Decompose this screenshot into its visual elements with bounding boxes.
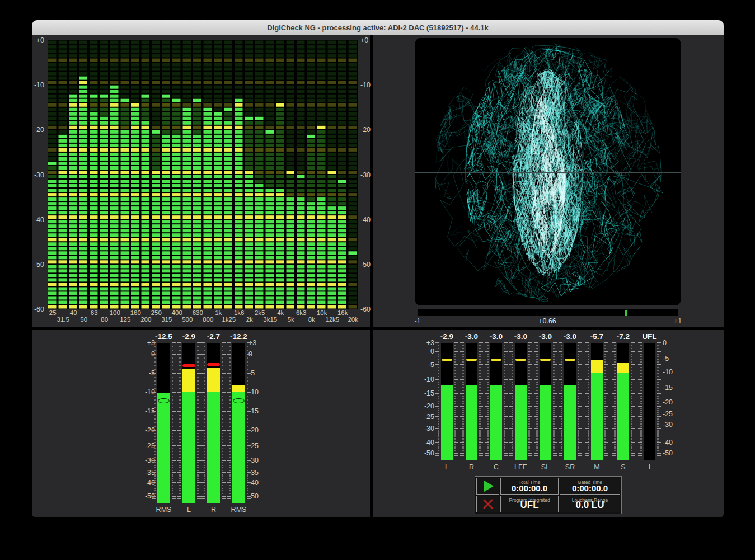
meter-readout: -2.7 <box>201 332 226 341</box>
meter-yellow-peak <box>442 359 452 361</box>
spectrum-db-label-left: -50 <box>24 261 44 269</box>
window-titlebar[interactable]: DigiCheck NG - processing active: ADI-2 … <box>32 20 724 35</box>
vectorscope-display <box>415 38 681 305</box>
meter-yellow-fill <box>232 385 245 392</box>
surround-scale-label-left: -40 <box>413 439 434 446</box>
surround-scale-label-left: -25 <box>413 413 434 421</box>
meter-yellow-peak <box>466 359 477 361</box>
stereo-scale-label-right: -5 <box>248 369 270 377</box>
meter-green-fill <box>441 385 453 460</box>
program-integrated-cell: Program Integrated UFL <box>500 496 559 512</box>
surround-scale-label-left: 0 <box>413 347 434 355</box>
meter-yellow-fill <box>182 369 195 392</box>
surround-scale-label-left: -50 <box>413 449 434 457</box>
gated-time-value: 0:00:00.0 <box>560 483 620 493</box>
meter-name: SL <box>533 463 558 472</box>
stereo-meters-panel: +3+300-5-5-10-10-15-15-20-20-25-25-30-30… <box>32 330 370 517</box>
meter-readout: UFL <box>637 332 662 341</box>
meter-readout: -12.2 <box>226 332 251 341</box>
meter-name: RMS <box>151 506 176 514</box>
meter-name: M <box>584 463 609 472</box>
surround-scale-label-right: 0 <box>663 339 684 347</box>
meter-name: LFE <box>508 463 533 472</box>
meter-red-peak <box>182 364 195 367</box>
surround-scale-label-right: -40 <box>663 439 684 446</box>
surround-scale-label-left: -5 <box>413 361 434 369</box>
stereo-scale-label-right: -50 <box>248 492 270 500</box>
meter-red-peak <box>207 363 220 366</box>
stereo-scale-label-right: -35 <box>248 469 270 477</box>
surround-scale-label-right: -20 <box>663 398 684 406</box>
surround-scale-label-left: -20 <box>413 402 434 410</box>
vectorscope-canvas <box>415 38 681 305</box>
stereo-scale-label-right: -10 <box>248 388 270 396</box>
stereo-scale-label-right: +3 <box>248 339 270 347</box>
meter-readout: -3.0 <box>484 332 509 341</box>
surround-scale-label-left: +3 <box>413 339 434 347</box>
stereo-scale-label-right: 0 <box>248 350 270 358</box>
meter-name: R <box>459 463 484 472</box>
spectrum-db-label-left: -10 <box>24 81 44 89</box>
meter-readout: -12.5 <box>151 332 176 341</box>
meter-name: S <box>611 463 636 472</box>
spectrum-db-label-left: +0 <box>24 36 44 44</box>
meter-yellow-peak <box>515 359 526 361</box>
spectrum-db-label-left: -20 <box>24 126 44 134</box>
meter-readout: -7.2 <box>611 332 636 341</box>
stop-button[interactable] <box>476 496 499 512</box>
surround-scale-label-left: -15 <box>413 389 434 397</box>
meter-name: C <box>484 463 509 472</box>
meter-readout: -3.0 <box>508 332 533 341</box>
meter-name: L <box>434 463 459 472</box>
surround-scale-label-left: -10 <box>413 375 434 383</box>
meter-yellow-peak <box>491 359 501 361</box>
program-integrated-value: UFL <box>501 500 558 511</box>
meter-name: RMS <box>226 506 251 514</box>
spectrum-db-label-left: -30 <box>24 171 44 179</box>
meter-name: L <box>176 506 201 514</box>
play-icon <box>484 481 494 492</box>
vectorscope-panel: -1 +0.66 +1 <box>373 35 724 327</box>
surround-scale-label-right: -10 <box>663 368 684 376</box>
meter-name: I <box>637 463 662 472</box>
surround-scale-label-right: -15 <box>663 384 684 392</box>
correlation-tick <box>625 310 627 316</box>
rms-oval-marker <box>233 398 245 403</box>
meter-green-fill <box>182 392 195 503</box>
meter-yellow-peak <box>540 359 551 361</box>
meter-readout: -5.7 <box>584 332 609 341</box>
meter-green-fill <box>617 373 629 460</box>
meter-readout: -3.0 <box>459 332 484 341</box>
meter-readout: -3.0 <box>533 332 558 341</box>
screen: DigiCheck NG - processing active: ADI-2 … <box>0 0 755 560</box>
meter-readout: -2.9 <box>434 332 459 341</box>
surround-scale-label-right: -25 <box>663 410 684 418</box>
stop-x-icon <box>482 498 494 510</box>
surround-meters-panel: +30-5-10-15-20-25-30-40-500-5-10-15-20-2… <box>373 330 724 517</box>
total-time-value: 0:00:00.0 <box>501 483 558 493</box>
total-time-cell: Total Time 0:00:00.0 <box>500 478 559 495</box>
window-title: DigiCheck NG - processing active: ADI-2 … <box>32 23 724 32</box>
gated-time-cell: Gated Time 0:00:00.0 <box>560 478 620 495</box>
spectrum-db-label-left: -40 <box>24 216 44 224</box>
meter-green-fill <box>591 373 603 460</box>
meter-yellow-peak <box>565 359 575 361</box>
loudness-range-value: 0.0 LU <box>560 500 620 511</box>
spectrum-frequency-label: 20k <box>341 316 365 323</box>
meter-readout: -2.9 <box>176 332 201 341</box>
correlation-max-label: +1 <box>667 317 689 325</box>
meter-name: SR <box>557 463 583 472</box>
meter-green-fill <box>207 392 220 503</box>
correlation-min-label: -1 <box>406 317 429 325</box>
meter-green-fill <box>564 385 576 460</box>
meter-yellow-fill <box>591 360 603 373</box>
start-button[interactable] <box>476 478 499 495</box>
meter-green-fill <box>157 393 170 503</box>
spectrum-panel: +0+0-10-10-20-20-30-30-40-40-50-50-60-60… <box>32 35 370 327</box>
meter-bar-bg <box>644 343 655 460</box>
meter-readout: -3.0 <box>557 332 583 341</box>
spectrum-canvas <box>48 40 358 309</box>
meter-green-fill <box>466 385 477 460</box>
surround-scale-label-left: -30 <box>413 425 434 432</box>
stereo-scale-label-right: -40 <box>248 479 270 487</box>
